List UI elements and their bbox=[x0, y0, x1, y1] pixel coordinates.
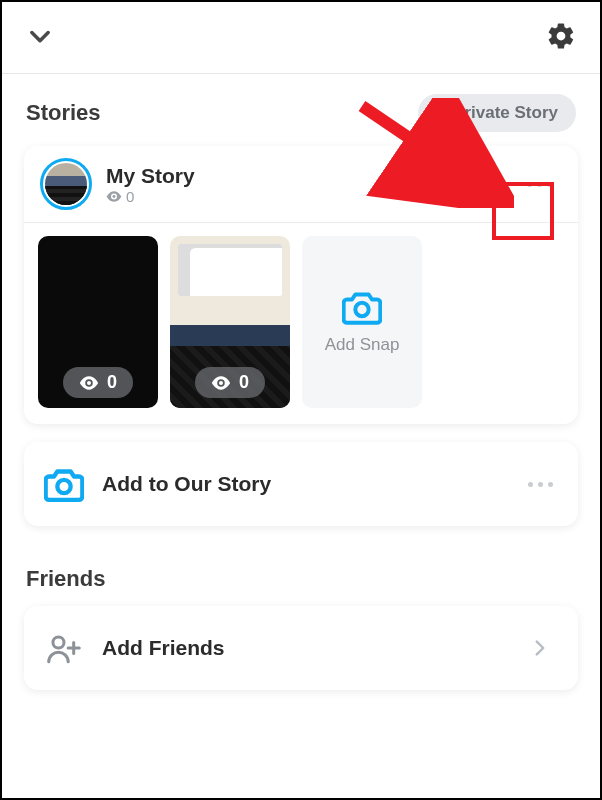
add-to-our-story-row[interactable]: Add to Our Story bbox=[24, 442, 578, 526]
svg-point-3 bbox=[355, 303, 368, 316]
add-friends-row[interactable]: Add Friends bbox=[24, 606, 578, 690]
our-story-card: Add to Our Story bbox=[24, 442, 578, 526]
snap-thumbnail-2[interactable]: 0 bbox=[170, 236, 290, 408]
svg-point-1 bbox=[87, 381, 91, 385]
our-story-more-button[interactable] bbox=[520, 467, 560, 501]
our-story-icon-wrap bbox=[42, 462, 86, 506]
collapse-button[interactable] bbox=[26, 22, 54, 54]
my-story-more-button[interactable] bbox=[516, 164, 562, 204]
gear-icon bbox=[546, 21, 576, 51]
svg-point-0 bbox=[113, 195, 116, 198]
snap-thumbnail-1[interactable]: 0 bbox=[38, 236, 158, 408]
more-icon bbox=[527, 182, 552, 187]
snap-views-pill: 0 bbox=[63, 367, 133, 398]
my-story-views: 0 bbox=[106, 188, 516, 205]
svg-point-4 bbox=[57, 480, 70, 493]
eye-icon bbox=[106, 191, 122, 202]
story-avatar-ring bbox=[40, 158, 92, 210]
camera-icon bbox=[44, 466, 84, 502]
chevron-right-icon bbox=[532, 640, 548, 656]
plus-icon: + bbox=[436, 102, 447, 124]
snap-views-pill: 0 bbox=[195, 367, 265, 398]
more-icon bbox=[528, 482, 553, 487]
add-friends-chevron bbox=[520, 631, 560, 665]
add-friends-title: Add Friends bbox=[102, 636, 520, 660]
my-story-card: My Story 0 0 0 Add Snap bbox=[24, 146, 578, 424]
camera-icon bbox=[342, 289, 382, 325]
my-story-views-count: 0 bbox=[126, 188, 134, 205]
my-story-header[interactable]: My Story 0 bbox=[24, 146, 578, 223]
svg-point-2 bbox=[219, 381, 223, 385]
add-friends-card: Add Friends bbox=[24, 606, 578, 690]
our-story-title: Add to Our Story bbox=[102, 472, 520, 496]
add-friend-icon bbox=[46, 632, 82, 664]
eye-icon bbox=[211, 376, 231, 390]
stories-title: Stories bbox=[26, 100, 101, 126]
add-snap-label: Add Snap bbox=[325, 335, 400, 355]
friends-title: Friends bbox=[2, 544, 600, 606]
story-meta: My Story 0 bbox=[106, 164, 516, 205]
add-snap-button[interactable]: Add Snap bbox=[302, 236, 422, 408]
snap-views-count: 0 bbox=[107, 372, 117, 393]
private-story-button[interactable]: + Private Story bbox=[418, 94, 576, 132]
eye-icon bbox=[79, 376, 99, 390]
story-avatar bbox=[45, 163, 87, 205]
header bbox=[2, 2, 600, 74]
snap-views-count: 0 bbox=[239, 372, 249, 393]
add-friends-icon-wrap bbox=[42, 626, 86, 670]
my-story-title: My Story bbox=[106, 164, 516, 188]
svg-point-5 bbox=[53, 637, 64, 648]
snaps-row: 0 0 Add Snap bbox=[24, 223, 578, 424]
settings-button[interactable] bbox=[546, 21, 576, 55]
private-story-label: Private Story bbox=[453, 103, 558, 123]
chevron-down-icon bbox=[26, 22, 54, 50]
stories-section-header: Stories + Private Story bbox=[2, 74, 600, 146]
